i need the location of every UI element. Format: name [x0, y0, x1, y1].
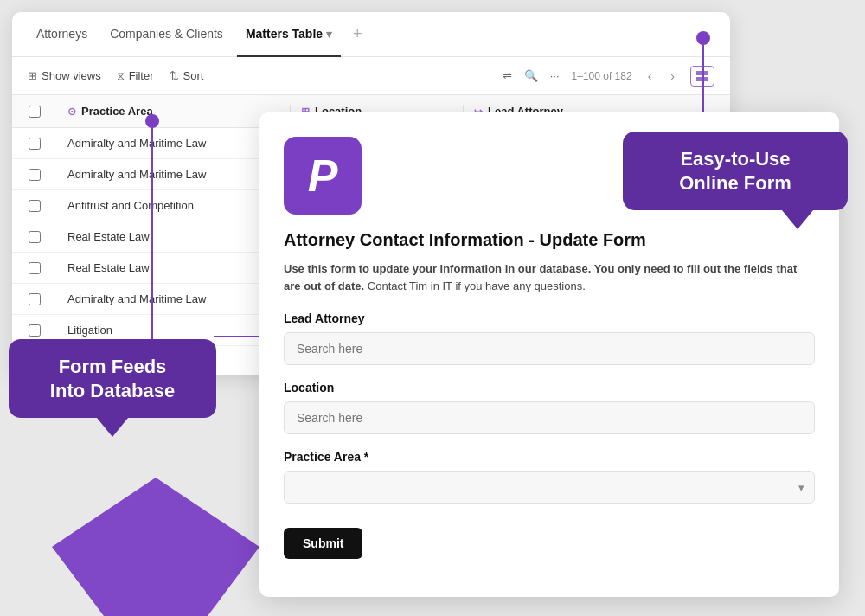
location-label: Location [284, 381, 815, 395]
row-check-5 [12, 262, 57, 274]
sort-button[interactable]: ⇅ Sort [170, 69, 204, 82]
bottom-decorative-shape [52, 478, 260, 616]
row-check-2 [12, 169, 57, 181]
row-practice-4: Real Estate Law [57, 230, 291, 243]
svg-rect-2 [696, 77, 702, 81]
row-practice-7: Litigation [57, 324, 291, 337]
pagination: 1–100 of 182 [572, 70, 632, 82]
callout-box-right: Easy-to-Use Online Form [623, 132, 848, 210]
location-input[interactable] [284, 401, 815, 434]
more-options-icon[interactable]: ··· [550, 69, 560, 82]
submit-button[interactable]: Submit [284, 528, 362, 559]
tab-dropdown-icon: ▾ [326, 28, 332, 41]
tab-companies[interactable]: Companies & Clients [101, 12, 232, 57]
toolbar: ⊞ Show views ⧖ Filter ⇅ Sort ⇌ 🔍 ··· 1–1… [12, 57, 730, 95]
lead-attorney-label: Lead Attorney [284, 311, 815, 325]
next-page-button[interactable]: › [667, 67, 678, 85]
controls-icon[interactable]: ⇌ [503, 69, 512, 82]
callout-right-line2: Online Form [679, 172, 791, 194]
row-checkbox-1[interactable] [29, 138, 41, 150]
toolbar-right: ⇌ 🔍 ··· 1–100 of 182 ‹ › [503, 66, 714, 87]
scene: Attorneys Companies & Clients Matters Ta… [0, 0, 865, 616]
row-checkbox-3[interactable] [29, 200, 41, 212]
tab-add-button[interactable]: + [346, 22, 369, 47]
row-checkbox-7[interactable] [29, 324, 41, 337]
row-check-1 [12, 138, 57, 150]
practice-area-label: Practice Area * [284, 450, 815, 464]
show-views-button[interactable]: ⊞ Show views [28, 69, 101, 82]
target-icon: ⊙ [67, 106, 76, 118]
practice-area-select[interactable] [284, 471, 815, 504]
location-field-group: Location [260, 381, 839, 434]
row-checkbox-4[interactable] [29, 231, 41, 243]
svg-marker-4 [52, 478, 260, 616]
form-logo: P [284, 137, 362, 215]
row-checkbox-5[interactable] [29, 262, 41, 274]
lead-attorney-field-group: Lead Attorney [260, 311, 839, 365]
filter-button[interactable]: ⧖ Filter [117, 69, 154, 83]
form-title: Attorney Contact Information - Update Fo… [260, 230, 839, 250]
practice-area-select-wrap: ▾ [284, 471, 815, 504]
practice-area-field-group: Practice Area * ▾ [260, 450, 839, 504]
row-checkbox-6[interactable] [29, 293, 41, 305]
filter-icon: ⧖ [117, 69, 125, 83]
row-check-7 [12, 324, 57, 337]
lead-attorney-input[interactable] [284, 332, 815, 365]
row-check-3 [12, 200, 57, 212]
svg-rect-0 [696, 71, 702, 75]
header-check [12, 106, 57, 118]
callout-right-wrap: Easy-to-Use Online Form [623, 132, 848, 210]
row-practice-3: Antitrust and Competition [57, 199, 291, 212]
callout-left-line1: Form Feeds [59, 356, 167, 377]
grid-view-icon: ⊞ [28, 69, 37, 82]
row-practice-2: Admiralty and Maritime Law [57, 168, 291, 181]
row-check-4 [12, 231, 57, 243]
header-practice-area: ⊙ Practice Area [57, 105, 291, 118]
sort-icon: ⇅ [170, 69, 179, 82]
form-description: Use this form to update your information… [260, 260, 839, 294]
tab-bar: Attorneys Companies & Clients Matters Ta… [12, 12, 730, 57]
connector-dot-top [145, 114, 159, 128]
form-desc-normal: Contact Tim in IT if you have any questi… [368, 279, 586, 292]
row-check-6 [12, 293, 57, 305]
callout-left-line2: Into Database [50, 380, 175, 401]
search-icon[interactable]: 🔍 [524, 69, 538, 82]
callout-right-line1: Easy-to-Use [680, 148, 790, 170]
row-practice-6: Admiralty and Maritime Law [57, 292, 291, 305]
callout-left: Form Feeds Into Database [9, 339, 216, 418]
prev-page-button[interactable]: ‹ [644, 67, 656, 85]
connector-dot-right-top [696, 31, 710, 45]
logo-letter: P [308, 153, 338, 198]
tab-matters-table[interactable]: Matters Table ▾ [237, 12, 341, 57]
row-practice-1: Admiralty and Maritime Law [57, 137, 291, 150]
select-all-checkbox[interactable] [29, 106, 41, 118]
callout-box-left: Form Feeds Into Database [9, 339, 216, 418]
row-practice-5: Real Estate Law [57, 261, 291, 274]
tab-attorneys[interactable]: Attorneys [28, 12, 96, 57]
row-checkbox-2[interactable] [29, 169, 41, 181]
